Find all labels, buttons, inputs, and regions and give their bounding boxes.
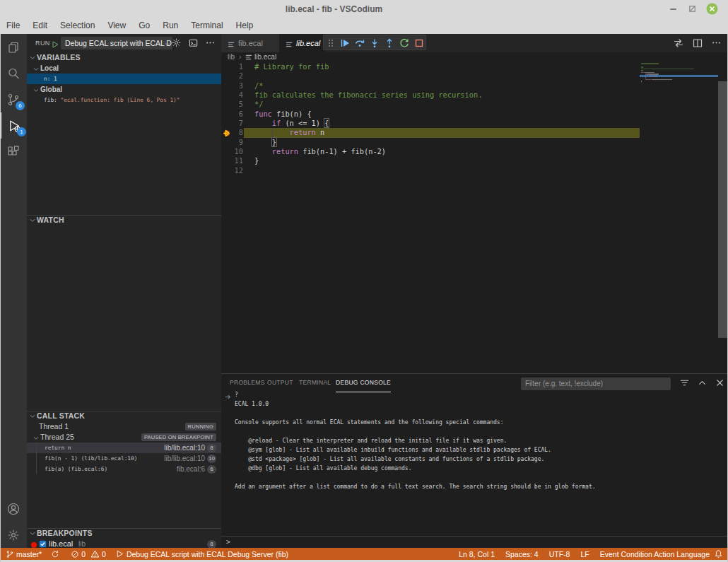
variable-scope[interactable]: Global <box>27 84 221 95</box>
menu-go[interactable]: Go <box>132 18 156 33</box>
encoding[interactable]: UTF-8 <box>549 548 570 560</box>
step-into-button[interactable] <box>368 37 381 49</box>
console-line: Add an argument after a list command to … <box>235 482 596 491</box>
activity-run-and-debug[interactable]: 1 <box>0 112 28 139</box>
activity-account[interactable] <box>0 496 27 522</box>
console-prompt: > <box>226 538 230 546</box>
eol[interactable]: LF <box>580 548 589 560</box>
minimap[interactable] <box>640 62 718 373</box>
console-line: Console supports all normal ECAL stateme… <box>235 418 504 427</box>
stop-button[interactable] <box>413 37 425 49</box>
variables-section-label: VARIABLES <box>37 52 81 63</box>
line-number: 2 <box>221 71 243 81</box>
console-filter-input[interactable]: Filter (e.g. text, !exclude) <box>521 377 671 390</box>
breadcrumb-file[interactable]: lib.ecal <box>254 52 276 62</box>
split-editor-icon <box>692 37 703 49</box>
more-button[interactable] <box>711 37 722 49</box>
activity-settings[interactable] <box>0 522 27 548</box>
menu-edit[interactable]: Edit <box>26 18 54 33</box>
watch-section[interactable]: WATCH <box>27 215 221 226</box>
close-button[interactable] <box>706 3 718 15</box>
indentation[interactable]: Spaces: 4 <box>505 548 539 560</box>
chevron-down-icon <box>29 54 36 63</box>
line-number: 6 <box>221 110 243 119</box>
menu-file[interactable]: File <box>0 18 26 33</box>
warnings-status-label: 0 <box>102 550 106 558</box>
warning-icon <box>90 549 100 558</box>
git-branch-sm-icon <box>6 550 14 558</box>
gear-button[interactable] <box>171 37 182 51</box>
warnings-status[interactable]: 0 <box>90 548 106 560</box>
menu-view[interactable]: View <box>101 18 132 33</box>
callstack-frame[interactable]: fib(n - 1) (lib/lib.ecal:10)lib/lib.ecal… <box>27 453 221 464</box>
variable-scope[interactable]: Local <box>27 63 221 74</box>
token-bracket-match: } <box>272 138 276 146</box>
chevron-up-button[interactable] <box>697 377 708 389</box>
callstack-thread[interactable]: Thread 25PAUSED ON BREAKPOINT <box>27 432 221 443</box>
launch-config-select[interactable]: Debug ECAL script with ECAL D <box>61 37 172 49</box>
variables-section[interactable]: VARIABLES <box>27 52 221 63</box>
continue-button[interactable] <box>339 37 351 49</box>
activity-explorer[interactable] <box>0 34 27 60</box>
activity-extensions[interactable] <box>0 139 27 165</box>
tab-lib.ecal[interactable]: lib.ecal <box>279 34 326 52</box>
activity-source-control[interactable]: 6 <box>0 86 27 112</box>
callstack-frame[interactable]: return nlib/lib.ecal:108 <box>27 443 221 453</box>
errors-status-label: 0 <box>81 550 86 558</box>
tab-fib.ecal[interactable]: fib.ecal <box>221 34 279 52</box>
file-icon <box>285 39 293 52</box>
branch-status[interactable]: master* <box>6 548 42 560</box>
breadcrumb-folder[interactable]: lib <box>228 52 235 62</box>
errors-status[interactable]: 0 <box>71 548 86 560</box>
callstack-thread[interactable]: Thread 1RUNNING <box>27 421 221 432</box>
panel-tab-debug-console[interactable]: DEBUG CONSOLE <box>336 374 391 392</box>
variable-row[interactable]: fib: "ecal.function: fib (Line 6, Pos 1)… <box>27 95 221 105</box>
gear-small-icon <box>171 37 182 48</box>
callstack-frame[interactable]: fib(a) (fib.ecal:6)fib.ecal:66 <box>27 464 221 474</box>
step-over-button[interactable] <box>353 37 366 49</box>
minimap-line <box>641 81 642 82</box>
menu-selection[interactable]: Selection <box>54 18 101 33</box>
restore-button[interactable] <box>686 3 698 15</box>
console-input[interactable]: > <box>221 536 728 549</box>
line-number: 5 <box>221 100 243 109</box>
step-out-button[interactable] <box>383 37 396 49</box>
token-plain <box>254 147 272 156</box>
close-button[interactable] <box>715 377 726 389</box>
bell-icon <box>714 549 723 558</box>
token-plain <box>254 138 272 146</box>
menu-help[interactable]: Help <box>230 18 260 33</box>
minimize-button[interactable] <box>667 3 679 15</box>
cursor-position[interactable]: Ln 8, Col 1 <box>459 548 495 560</box>
scrollbar-slider <box>718 81 727 338</box>
filter-results-button[interactable] <box>679 377 691 389</box>
activity-search[interactable] <box>0 60 27 86</box>
open-changes-button[interactable] <box>673 37 684 49</box>
menu-run[interactable]: Run <box>156 18 184 33</box>
panel-tab-terminal[interactable]: TERMINAL <box>299 374 331 392</box>
panel-tab-output[interactable]: OUTPUT <box>267 374 293 392</box>
sync-status[interactable] <box>51 548 61 560</box>
restart-button[interactable] <box>398 37 411 49</box>
code-line: func fib(n) { <box>254 110 312 119</box>
open-console-button[interactable] <box>188 37 199 51</box>
code-line: /* <box>254 81 263 90</box>
language-mode[interactable]: Event Condition Action Language <box>600 548 710 560</box>
editor-scrollbar[interactable] <box>718 62 727 373</box>
token-bracket-match: { <box>324 119 329 127</box>
variable-name: fib: <box>44 97 57 103</box>
more-button[interactable] <box>205 37 216 51</box>
callstack-section[interactable]: CALL STACK <box>27 411 221 421</box>
panel-tab-problems[interactable]: PROBLEMS <box>230 374 265 392</box>
debug-status[interactable]: Debug ECAL script with ECAL Debug Server… <box>115 548 288 560</box>
notifications-button[interactable] <box>714 549 723 560</box>
menu-terminal[interactable]: Terminal <box>184 18 229 33</box>
split-editor-button[interactable] <box>692 37 703 49</box>
breakpoints-section[interactable]: BREAKPOINTS <box>27 528 221 539</box>
token-keyword: if <box>272 119 281 127</box>
console-line: ? <box>235 390 238 399</box>
editor-area: fib.ecallib.ecallib›lib.ecal1# Library f… <box>221 34 728 548</box>
start-debug-button[interactable] <box>51 39 59 52</box>
variable-row[interactable]: n: 1 <box>27 74 221 84</box>
chevron-down-sm <box>29 530 36 537</box>
